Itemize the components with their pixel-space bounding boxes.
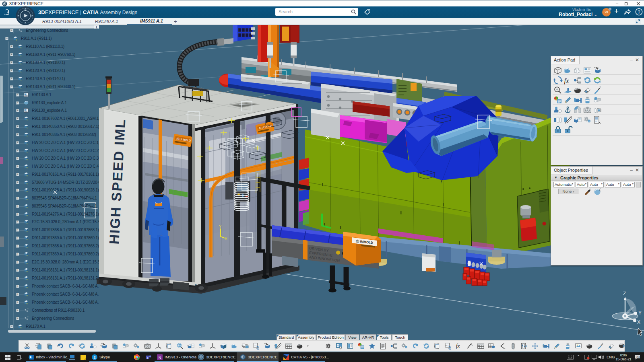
svg-text:X: X [637,319,640,325]
svg-text:H: H [225,237,227,241]
svg-text:Y: Y [638,310,642,316]
svg-text:fx: fx [564,77,569,84]
svg-text:S: S [93,356,96,360]
svg-text:N: N [159,356,161,360]
svg-text:23: 23 [636,356,640,358]
svg-text:Z: Z [623,291,626,296]
svg-text:T: T [147,356,149,359]
svg-text:Y: Y [219,224,221,228]
svg-text:?: ? [638,10,640,14]
svg-text:fx: fx [456,343,460,349]
